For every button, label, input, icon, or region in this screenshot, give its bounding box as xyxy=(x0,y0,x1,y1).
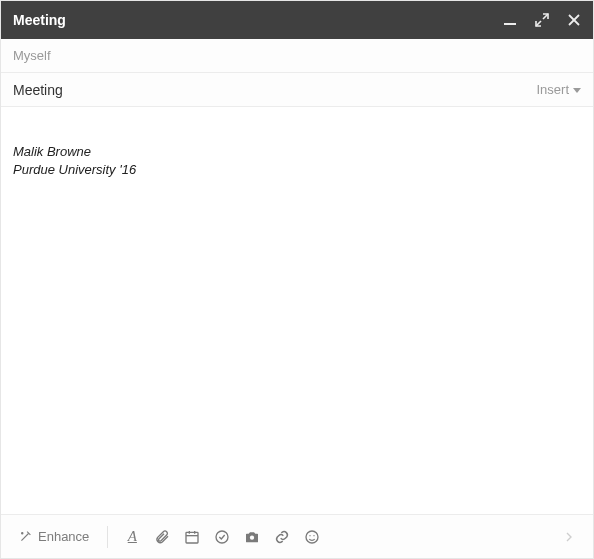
signature-line-2: Purdue University '16 xyxy=(13,161,581,179)
signature-line-1: Malik Browne xyxy=(13,143,581,161)
subject-input[interactable] xyxy=(13,82,536,98)
font-format-icon: A xyxy=(128,529,137,544)
paperclip-icon xyxy=(154,529,170,545)
subject-row: Insert xyxy=(1,73,593,107)
close-button[interactable] xyxy=(567,13,581,27)
window-title: Meeting xyxy=(13,12,503,28)
svg-point-13 xyxy=(216,531,228,543)
svg-point-8 xyxy=(22,533,23,534)
insert-label: Insert xyxy=(536,82,569,97)
compose-window: Meeting Myself xyxy=(0,0,594,559)
svg-point-15 xyxy=(306,531,318,543)
smile-icon xyxy=(304,529,320,545)
enhance-label: Enhance xyxy=(38,529,89,544)
font-format-button[interactable]: A xyxy=(118,523,146,551)
titlebar: Meeting xyxy=(1,1,593,39)
svg-point-14 xyxy=(250,535,254,539)
calendar-button[interactable] xyxy=(178,523,206,551)
caret-down-icon xyxy=(573,86,581,94)
magic-wand-icon xyxy=(19,530,32,543)
recipient-chip: Myself xyxy=(13,48,51,63)
emoji-button[interactable] xyxy=(298,523,326,551)
titlebar-actions xyxy=(503,13,581,27)
minimize-button[interactable] xyxy=(503,13,517,27)
chevron-right-icon xyxy=(561,529,577,545)
svg-point-17 xyxy=(314,535,315,536)
task-button[interactable] xyxy=(208,523,236,551)
compose-toolbar: Enhance A xyxy=(1,514,593,558)
calendar-icon xyxy=(184,529,200,545)
toolbar-separator xyxy=(107,526,108,548)
check-circle-icon xyxy=(214,529,230,545)
link-icon xyxy=(274,529,290,545)
message-body[interactable]: Malik Browne Purdue University '16 xyxy=(1,107,593,514)
svg-marker-5 xyxy=(573,88,581,93)
enhance-button[interactable]: Enhance xyxy=(11,525,97,548)
insert-template-button[interactable]: Insert xyxy=(536,82,581,97)
svg-rect-9 xyxy=(186,532,198,543)
recipients-row[interactable]: Myself xyxy=(1,39,593,73)
svg-point-16 xyxy=(310,535,311,536)
expand-button[interactable] xyxy=(535,13,549,27)
link-button[interactable] xyxy=(268,523,296,551)
more-button[interactable] xyxy=(555,523,583,551)
attach-button[interactable] xyxy=(148,523,176,551)
camera-icon xyxy=(244,529,260,545)
photo-button[interactable] xyxy=(238,523,266,551)
